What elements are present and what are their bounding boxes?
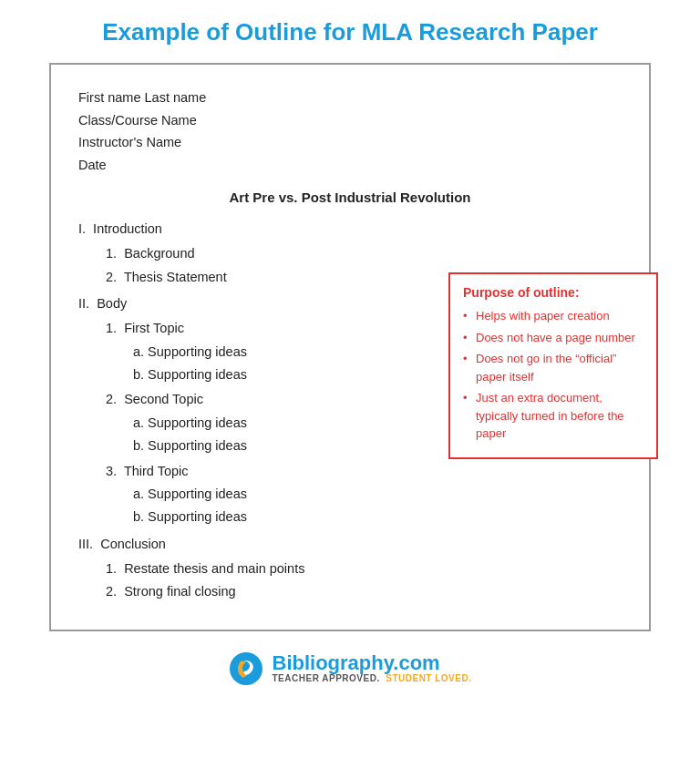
svg-point-0	[230, 652, 262, 685]
section-conclusion: III. Conclusion	[78, 533, 622, 556]
third-topic-a: a. Supporting ideas	[133, 483, 622, 506]
tagline-teacher: TEACHER APPROVED.	[273, 673, 380, 683]
purpose-item-1: Helps with paper creation	[463, 307, 643, 325]
purpose-title: Purpose of outline:	[463, 285, 643, 300]
header-line2: Class/Course Name	[78, 109, 622, 132]
paper-title: Art Pre vs. Post Industrial Revolution	[78, 190, 622, 205]
conclusion-item-1: 1. Restate thesis and main points	[106, 558, 622, 580]
purpose-item-4: Just an extra document, typically turned…	[463, 389, 643, 443]
purpose-item-3: Does not go in the “official” paper itse…	[463, 350, 643, 385]
purpose-box: Purpose of outline: Helps with paper cre…	[448, 272, 658, 459]
header-info: First name Last name Class/Course Name I…	[78, 87, 622, 177]
section-introduction: I. Introduction	[78, 218, 622, 241]
page-title: Example of Outline for MLA Research Pape…	[102, 18, 598, 46]
section-label: I. Introduction	[78, 221, 162, 236]
purpose-list: Helps with paper creation Does not have …	[463, 307, 643, 443]
footer: Bibliography.com TEACHER APPROVED. STUDE…	[229, 651, 472, 686]
purpose-item-2: Does not have a page number	[463, 329, 643, 347]
tagline-student: STUDENT LOVED.	[386, 673, 471, 683]
intro-item-1: 1. Background	[106, 242, 622, 265]
third-topic-b: b. Supporting ideas	[133, 506, 622, 528]
header-line4: Date	[78, 154, 622, 177]
header-line3: Instructor's Name	[78, 131, 622, 154]
footer-text: Bibliography.com TEACHER APPROVED. STUDE…	[273, 653, 472, 683]
header-line1: First name Last name	[78, 87, 622, 109]
third-topic: 3. Third Topic	[106, 460, 622, 483]
footer-tagline: TEACHER APPROVED. STUDENT LOVED.	[273, 673, 472, 683]
bibliography-logo-icon	[229, 651, 263, 686]
paper-container: First name Last name Class/Course Name I…	[49, 63, 651, 631]
footer-brand: Bibliography.com	[273, 653, 440, 673]
conclusion-item-2: 2. Strong final closing	[106, 580, 622, 603]
